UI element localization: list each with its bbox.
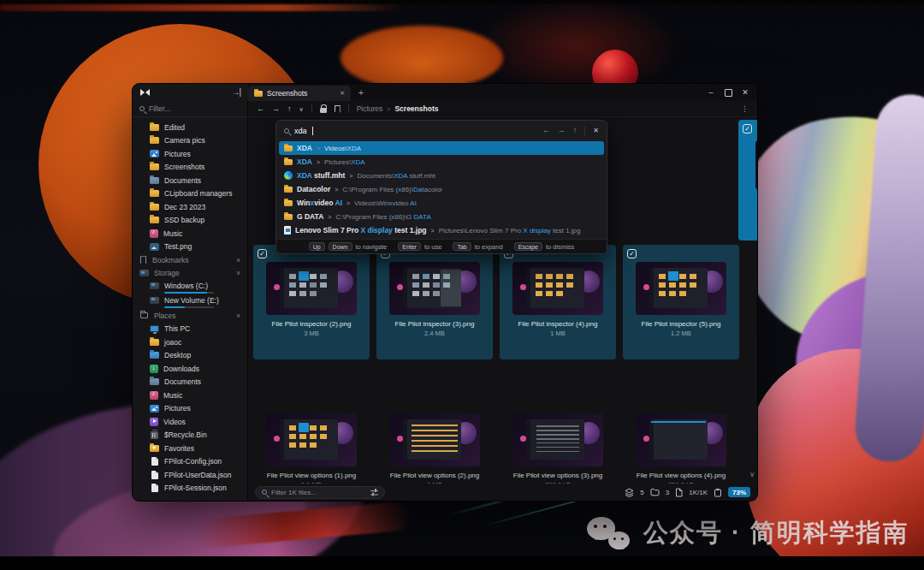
search-result[interactable]: G DATA C:\Program Files (x86)\G DATA	[279, 210, 604, 223]
sidebar-item-edited[interactable]: Edited	[133, 121, 247, 134]
sidebar-item-clipboard-managers[interactable]: CLipboard managers	[133, 187, 247, 201]
minimize-button[interactable]	[702, 84, 720, 101]
search-input[interactable]: xda	[276, 121, 607, 140]
sidebar-item-joaoc[interactable]: joaoc	[133, 335, 247, 349]
sidebar-item-screenshots[interactable]: Screenshots	[133, 161, 247, 175]
breadcrumb-parent[interactable]: Pictures	[357, 104, 383, 113]
sidebar-item-dec-23-2023[interactable]: Dec 23 2023	[133, 200, 247, 214]
checkbox-checked-icon[interactable]	[258, 249, 267, 258]
folder-count: 3	[666, 489, 669, 496]
file-tile[interactable]: File Pilot inspector (5).png 1.2 MB	[623, 245, 739, 359]
filter-options-icon[interactable]	[370, 489, 378, 496]
forward-icon[interactable]	[558, 127, 566, 134]
sidebar-item-documents-2[interactable]: Documents	[133, 376, 247, 389]
sidebar-item-recycle-bin[interactable]: $Recycle.Bin	[133, 429, 247, 442]
chevron-right-icon	[431, 228, 435, 234]
file-size: 996.6 kB	[545, 481, 571, 484]
search-result[interactable]: XDA Pictures\XDA	[279, 155, 604, 169]
folder-icon	[254, 91, 263, 97]
checkbox-checked-icon[interactable]	[627, 249, 637, 258]
sidebar-item-camera-pics[interactable]: Camera pics	[133, 134, 247, 148]
file-tile[interactable]: File Pilot inspector (4).png 1 MB	[500, 245, 616, 359]
sidebar-item-desktop[interactable]: Desktop	[133, 349, 247, 363]
more-options-icon[interactable]	[741, 104, 749, 113]
file-tile[interactable]: File Pilot view options (2).png 1 MB	[376, 396, 493, 484]
search-result[interactable]: Winxvideo AI Videos\Winxvideo AI	[279, 196, 604, 210]
scroll-down-icon[interactable]	[749, 471, 755, 478]
layers-count: 5	[640, 489, 643, 496]
sidebar-item-music[interactable]: Music	[133, 227, 247, 240]
desktop: 公众号 · 简明科学指南 Screenshots	[0, 0, 924, 570]
disk-usage-badge: 73%	[728, 487, 750, 497]
sidebar-filter-input[interactable]: Filter...	[133, 101, 247, 117]
sidebar-item-fpilot-config[interactable]: FPilot-Config.json	[133, 455, 247, 469]
close-icon[interactable]	[593, 127, 599, 134]
collapse-sidebar-icon[interactable]	[231, 88, 240, 97]
file-count: 1K/1K	[689, 489, 708, 496]
chevron-right-icon	[387, 106, 390, 112]
section-bookmarks[interactable]: Bookmarks	[133, 253, 247, 267]
file-tile[interactable]: File Pilot view options (4).png 951.9 kB	[623, 396, 739, 484]
file-thumbnail	[512, 262, 603, 315]
wallpaper-shape	[341, 26, 503, 90]
sidebar-item-music-2[interactable]: Music	[133, 389, 247, 402]
key-tab: Tab	[453, 242, 471, 251]
sidebar-item-fpilot-session[interactable]: FPilot-Session.json	[133, 482, 247, 496]
close-button[interactable]	[737, 84, 754, 101]
folder-icon	[150, 190, 159, 197]
watermark-text: 公众号 · 简明科学指南	[643, 516, 909, 550]
sidebar-item-fpilot-userdata[interactable]: FPilot-UserData.json	[133, 468, 247, 482]
search-result[interactable]: Datacolor C:\Program Files (x86)\Datacol…	[279, 182, 604, 196]
sidebar-item-videos[interactable]: Videos	[133, 415, 247, 429]
bookmark-icon[interactable]	[335, 105, 341, 113]
titlebar: Screenshots	[133, 84, 757, 101]
search-result[interactable]: XDA stuff.mht Documents\XDA stuff.mht	[279, 169, 604, 182]
search-result[interactable]: XDA Videos\XDA	[279, 141, 604, 155]
file-tile[interactable]: File Pilot view options (1).png 1.1 MB	[253, 396, 370, 484]
checkbox-checked-icon[interactable]	[743, 124, 752, 134]
sidebar-item-this-pc[interactable]: This PC	[133, 323, 247, 336]
back-icon[interactable]	[257, 105, 264, 113]
search-result[interactable]: Lenovo Slim 7 Pro X display test 1.jpg P…	[279, 223, 604, 237]
folder-icon	[150, 124, 159, 131]
file-tile[interactable]: File Pilot inspector (1).png 956.2 kB	[738, 120, 757, 240]
computer-icon	[150, 325, 159, 332]
file-tile[interactable]: File Pilot inspector (3).png 2.4 MB	[376, 245, 493, 359]
sidebar-item-documents[interactable]: Documents	[133, 174, 247, 187]
maximize-button[interactable]	[720, 84, 737, 101]
drive-windows-c[interactable]: Windows (C:)	[133, 280, 247, 294]
search-hints: Up Down to navigate Enter to use Tab to …	[276, 239, 607, 253]
sidebar-item-ssd-backup[interactable]: SSD backup	[133, 214, 247, 228]
file-pilot-window: Screenshots Filter... Edi	[133, 84, 757, 501]
sidebar-item-test-png[interactable]: Test.png	[133, 240, 247, 254]
up-icon[interactable]	[287, 105, 292, 113]
drive-new-volume-e[interactable]: New Volume (E:)	[133, 294, 247, 309]
forward-icon[interactable]	[272, 105, 280, 113]
file-tile[interactable]: File Pilot view options (3).png 996.6 kB	[500, 396, 616, 484]
clipboard-icon	[714, 488, 722, 497]
sidebar-item-favorites[interactable]: Favorites	[133, 442, 247, 455]
chevron-right-icon	[317, 145, 320, 151]
new-tab-button[interactable]	[351, 84, 371, 101]
wallpaper-shape	[479, 0, 676, 94]
drive-usage-bar	[164, 306, 214, 308]
tab-screenshots[interactable]: Screenshots	[248, 86, 351, 101]
back-icon[interactable]	[542, 127, 550, 134]
file-tile[interactable]: File Pilot inspector (2).png 3 MB	[253, 245, 370, 359]
section-storage[interactable]: Storage	[133, 267, 247, 281]
sidebar-item-pictures-2[interactable]: Pictures	[133, 402, 247, 416]
lock-icon[interactable]	[320, 108, 327, 113]
section-places[interactable]: Places	[133, 309, 247, 323]
tab-close-icon[interactable]	[340, 90, 345, 97]
breadcrumb-current[interactable]: Screenshots	[394, 104, 438, 113]
file-icon	[151, 484, 158, 492]
recycle-bin-icon	[151, 431, 158, 439]
up-icon[interactable]	[573, 127, 578, 134]
chevron-down-icon	[236, 312, 240, 319]
filter-files-input[interactable]: Filter 1K files...	[255, 486, 385, 499]
chevron-down-icon[interactable]	[299, 106, 304, 112]
text-caret	[312, 127, 313, 135]
file-thumbnail	[389, 413, 480, 466]
sidebar-item-pictures[interactable]: Pictures	[133, 147, 247, 161]
sidebar-item-downloads[interactable]: Downloads	[133, 362, 247, 376]
